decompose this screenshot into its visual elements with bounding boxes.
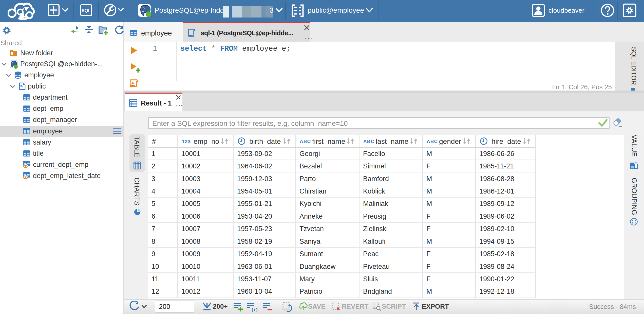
svg-text:I: I xyxy=(635,162,637,165)
svg-text:(+): (+) xyxy=(252,307,258,312)
svg-text:SQL: SQL xyxy=(81,8,91,13)
